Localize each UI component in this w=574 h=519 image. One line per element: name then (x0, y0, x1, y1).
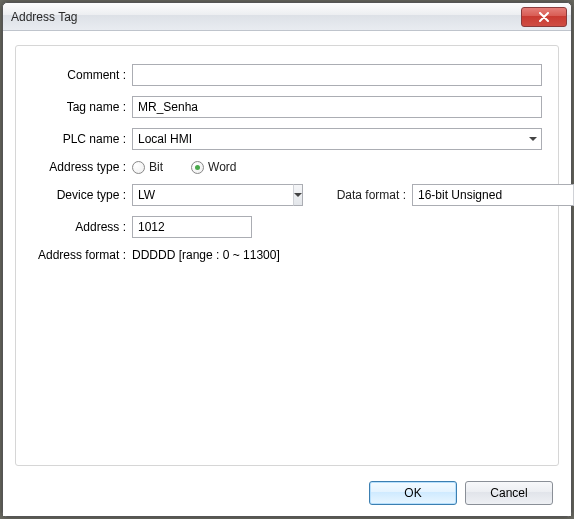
comment-label: Comment : (32, 68, 132, 82)
client-area: Comment : Tag name : PLC name : Address … (3, 31, 571, 516)
plc-name-label: PLC name : (32, 132, 132, 146)
plc-name-value[interactable] (132, 128, 542, 150)
close-button[interactable] (521, 7, 567, 27)
address-label: Address : (32, 220, 132, 234)
address-type-word-label[interactable]: Word (208, 160, 236, 174)
cancel-button[interactable]: Cancel (465, 481, 553, 505)
address-type-bit-radio[interactable] (132, 161, 145, 174)
address-type-word-radio[interactable] (191, 161, 204, 174)
close-icon (539, 12, 549, 22)
device-type-combo[interactable] (132, 184, 252, 206)
data-format-label: Data format : (337, 188, 412, 202)
address-input[interactable] (132, 216, 252, 238)
chevron-down-icon[interactable] (293, 184, 303, 206)
plc-name-combo[interactable] (132, 128, 542, 150)
dialog-window: Address Tag Comment : Tag name : PLC nam… (2, 2, 572, 517)
title-bar: Address Tag (3, 3, 571, 31)
chevron-down-icon[interactable] (525, 129, 541, 149)
dialog-footer: OK Cancel (3, 470, 571, 516)
tag-name-label: Tag name : (32, 100, 132, 114)
address-type-bit-label[interactable]: Bit (149, 160, 163, 174)
data-format-combo[interactable] (412, 184, 542, 206)
device-type-label: Device type : (32, 188, 132, 202)
comment-input[interactable] (132, 64, 542, 86)
address-type-label: Address type : (32, 160, 132, 174)
form-panel: Comment : Tag name : PLC name : Address … (15, 45, 559, 466)
data-format-value[interactable] (412, 184, 573, 206)
address-format-label: Address format : (32, 248, 132, 262)
window-title: Address Tag (11, 10, 78, 24)
address-format-value: DDDDD [range : 0 ~ 11300] (132, 248, 280, 262)
device-type-value[interactable] (132, 184, 293, 206)
ok-button[interactable]: OK (369, 481, 457, 505)
tag-name-input[interactable] (132, 96, 542, 118)
